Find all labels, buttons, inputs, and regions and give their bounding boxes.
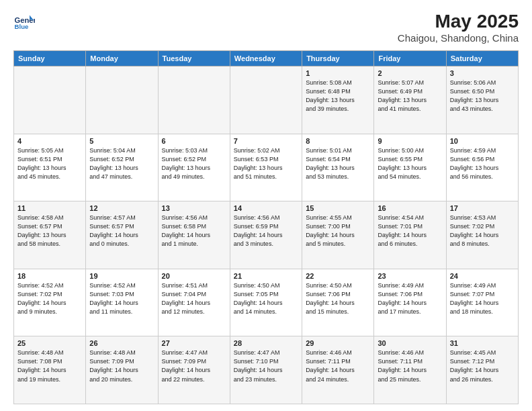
calendar-cell: 14Sunrise: 4:56 AM Sunset: 6:59 PM Dayli…: [230, 201, 302, 269]
calendar-cell: 16Sunrise: 4:54 AM Sunset: 7:01 PM Dayli…: [374, 201, 446, 269]
calendar-cell: [14, 66, 86, 134]
calendar-cell: 10Sunrise: 4:59 AM Sunset: 6:56 PM Dayli…: [446, 134, 518, 201]
day-number: 6: [162, 137, 226, 145]
day-info: Sunrise: 4:50 AM Sunset: 7:06 PM Dayligh…: [306, 281, 370, 316]
calendar-cell: 27Sunrise: 4:47 AM Sunset: 7:09 PM Dayli…: [158, 336, 230, 404]
calendar-cell: 12Sunrise: 4:57 AM Sunset: 6:57 PM Dayli…: [86, 201, 158, 269]
day-info: Sunrise: 5:05 AM Sunset: 6:51 PM Dayligh…: [17, 146, 82, 181]
weekday-header: Saturday: [446, 51, 518, 66]
day-number: 30: [378, 339, 442, 347]
day-info: Sunrise: 5:06 AM Sunset: 6:50 PM Dayligh…: [450, 79, 515, 113]
day-number: 31: [450, 339, 515, 347]
day-number: 25: [17, 339, 82, 347]
day-number: 12: [89, 204, 154, 212]
day-number: 26: [89, 339, 154, 347]
day-number: 9: [378, 137, 442, 145]
day-number: 15: [306, 204, 370, 212]
svg-text:Blue: Blue: [15, 23, 29, 30]
day-number: 17: [450, 204, 515, 212]
calendar-cell: 15Sunrise: 4:55 AM Sunset: 7:00 PM Dayli…: [302, 201, 374, 269]
day-number: 23: [378, 272, 442, 280]
day-info: Sunrise: 4:49 AM Sunset: 7:07 PM Dayligh…: [450, 281, 515, 316]
weekday-header: Tuesday: [158, 51, 230, 66]
calendar-cell: 9Sunrise: 5:00 AM Sunset: 6:55 PM Daylig…: [374, 134, 446, 201]
calendar-table: SundayMondayTuesdayWednesdayThursdayFrid…: [13, 50, 519, 404]
calendar-cell: 1Sunrise: 5:08 AM Sunset: 6:48 PM Daylig…: [302, 66, 374, 134]
day-number: 7: [234, 137, 298, 145]
calendar-cell: 13Sunrise: 4:56 AM Sunset: 6:58 PM Dayli…: [158, 201, 230, 269]
weekday-header: Friday: [374, 51, 446, 66]
weekday-header: Sunday: [14, 51, 86, 66]
day-info: Sunrise: 4:45 AM Sunset: 7:12 PM Dayligh…: [450, 349, 515, 383]
day-number: 11: [17, 204, 82, 212]
day-number: 3: [450, 69, 515, 77]
day-info: Sunrise: 4:52 AM Sunset: 7:03 PM Dayligh…: [89, 281, 154, 316]
day-number: 20: [162, 272, 226, 280]
day-number: 8: [306, 137, 370, 145]
calendar-cell: 26Sunrise: 4:48 AM Sunset: 7:09 PM Dayli…: [86, 336, 158, 404]
calendar-cell: 7Sunrise: 5:02 AM Sunset: 6:53 PM Daylig…: [230, 134, 302, 201]
page-subtitle: Chaigou, Shandong, China: [398, 32, 519, 44]
day-number: 24: [450, 272, 515, 280]
day-number: 21: [234, 272, 298, 280]
calendar-cell: 3Sunrise: 5:06 AM Sunset: 6:50 PM Daylig…: [446, 66, 518, 134]
logo: General Blue: [13, 11, 38, 32]
calendar-cell: 17Sunrise: 4:53 AM Sunset: 7:02 PM Dayli…: [446, 201, 518, 269]
calendar-cell: 18Sunrise: 4:52 AM Sunset: 7:02 PM Dayli…: [14, 269, 86, 336]
day-info: Sunrise: 4:50 AM Sunset: 7:05 PM Dayligh…: [234, 281, 298, 316]
calendar-cell: 19Sunrise: 4:52 AM Sunset: 7:03 PM Dayli…: [86, 269, 158, 336]
day-number: 19: [89, 272, 154, 280]
weekday-header: Thursday: [302, 51, 374, 66]
header: General Blue May 2025 Chaigou, Shandong,…: [13, 11, 519, 44]
calendar-cell: 20Sunrise: 4:51 AM Sunset: 7:04 PM Dayli…: [158, 269, 230, 336]
day-number: 28: [234, 339, 298, 347]
day-info: Sunrise: 4:52 AM Sunset: 7:02 PM Dayligh…: [17, 281, 82, 316]
day-info: Sunrise: 4:57 AM Sunset: 6:57 PM Dayligh…: [89, 214, 154, 248]
day-info: Sunrise: 4:48 AM Sunset: 7:09 PM Dayligh…: [89, 349, 154, 383]
calendar-cell: [158, 66, 230, 134]
day-info: Sunrise: 5:00 AM Sunset: 6:55 PM Dayligh…: [378, 146, 442, 181]
calendar-cell: 31Sunrise: 4:45 AM Sunset: 7:12 PM Dayli…: [446, 336, 518, 404]
day-number: 27: [162, 339, 226, 347]
day-number: 5: [89, 137, 154, 145]
weekday-header: Monday: [86, 51, 158, 66]
day-info: Sunrise: 4:47 AM Sunset: 7:09 PM Dayligh…: [162, 349, 226, 383]
page: General Blue May 2025 Chaigou, Shandong,…: [0, 0, 532, 411]
day-number: 13: [162, 204, 226, 212]
calendar-cell: 6Sunrise: 5:03 AM Sunset: 6:52 PM Daylig…: [158, 134, 230, 201]
day-info: Sunrise: 4:54 AM Sunset: 7:01 PM Dayligh…: [378, 214, 442, 248]
day-info: Sunrise: 4:46 AM Sunset: 7:11 PM Dayligh…: [306, 349, 370, 383]
calendar-cell: 25Sunrise: 4:48 AM Sunset: 7:08 PM Dayli…: [14, 336, 86, 404]
day-number: 29: [306, 339, 370, 347]
day-number: 1: [306, 69, 370, 77]
day-number: 14: [234, 204, 298, 212]
calendar-cell: 29Sunrise: 4:46 AM Sunset: 7:11 PM Dayli…: [302, 336, 374, 404]
day-info: Sunrise: 4:53 AM Sunset: 7:02 PM Dayligh…: [450, 214, 515, 248]
weekday-header: Wednesday: [230, 51, 302, 66]
day-info: Sunrise: 5:03 AM Sunset: 6:52 PM Dayligh…: [162, 146, 226, 181]
calendar-cell: 23Sunrise: 4:49 AM Sunset: 7:06 PM Dayli…: [374, 269, 446, 336]
calendar-cell: 30Sunrise: 4:46 AM Sunset: 7:11 PM Dayli…: [374, 336, 446, 404]
day-number: 10: [450, 137, 515, 145]
day-info: Sunrise: 4:48 AM Sunset: 7:08 PM Dayligh…: [17, 349, 82, 383]
calendar-cell: 21Sunrise: 4:50 AM Sunset: 7:05 PM Dayli…: [230, 269, 302, 336]
day-number: 18: [17, 272, 82, 280]
calendar-cell: [86, 66, 158, 134]
day-info: Sunrise: 4:59 AM Sunset: 6:56 PM Dayligh…: [450, 146, 515, 181]
day-info: Sunrise: 4:51 AM Sunset: 7:04 PM Dayligh…: [162, 281, 226, 316]
page-title: May 2025: [398, 11, 519, 32]
calendar-cell: 5Sunrise: 5:04 AM Sunset: 6:52 PM Daylig…: [86, 134, 158, 201]
calendar-cell: 28Sunrise: 4:47 AM Sunset: 7:10 PM Dayli…: [230, 336, 302, 404]
day-info: Sunrise: 5:02 AM Sunset: 6:53 PM Dayligh…: [234, 146, 298, 181]
day-info: Sunrise: 4:58 AM Sunset: 6:57 PM Dayligh…: [17, 214, 82, 248]
day-info: Sunrise: 5:08 AM Sunset: 6:48 PM Dayligh…: [306, 79, 370, 113]
day-info: Sunrise: 4:55 AM Sunset: 7:00 PM Dayligh…: [306, 214, 370, 248]
day-number: 2: [378, 69, 442, 77]
day-info: Sunrise: 4:49 AM Sunset: 7:06 PM Dayligh…: [378, 281, 442, 316]
day-info: Sunrise: 4:56 AM Sunset: 6:59 PM Dayligh…: [234, 214, 298, 248]
calendar-cell: 22Sunrise: 4:50 AM Sunset: 7:06 PM Dayli…: [302, 269, 374, 336]
logo-icon: General Blue: [13, 11, 35, 32]
day-info: Sunrise: 4:46 AM Sunset: 7:11 PM Dayligh…: [378, 349, 442, 383]
day-info: Sunrise: 4:47 AM Sunset: 7:10 PM Dayligh…: [234, 349, 298, 383]
day-number: 22: [306, 272, 370, 280]
